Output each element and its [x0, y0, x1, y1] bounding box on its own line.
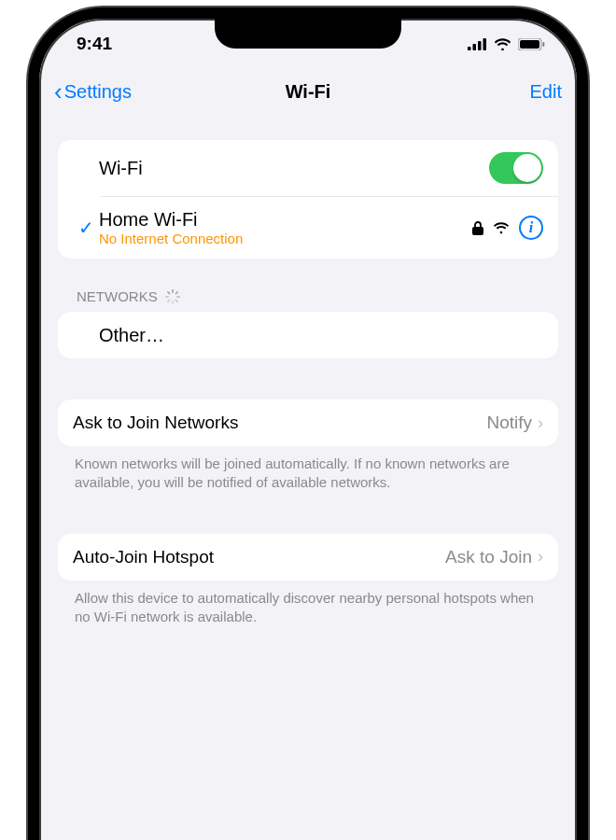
svg-rect-1	[473, 44, 477, 50]
ask-footer: Known networks will be joined automatica…	[58, 446, 558, 493]
phone-frame: 9:41 ‹ Settings Wi-Fi Edit Wi-Fi ✓ Home …	[28, 7, 588, 840]
svg-rect-12	[172, 301, 174, 304]
other-label: Other…	[99, 325, 164, 346]
wifi-toggle[interactable]	[489, 152, 543, 184]
other-network-row[interactable]: Other…	[58, 312, 558, 358]
edit-button[interactable]: Edit	[530, 81, 562, 103]
svg-rect-6	[543, 42, 545, 47]
svg-rect-13	[166, 299, 170, 302]
svg-rect-9	[175, 290, 178, 294]
cellular-icon	[468, 38, 487, 50]
svg-rect-7	[472, 227, 483, 235]
wifi-label: Wi-Fi	[99, 158, 489, 179]
nav-bar: ‹ Settings Wi-Fi Edit	[39, 69, 577, 114]
check-icon: ✓	[73, 217, 99, 239]
ask-label: Ask to Join Networks	[73, 413, 238, 433]
svg-rect-5	[520, 40, 539, 49]
svg-rect-8	[172, 289, 174, 293]
status-indicators	[468, 38, 545, 50]
spinner-icon	[165, 289, 180, 304]
svg-rect-14	[165, 296, 169, 298]
wifi-status-icon	[494, 38, 511, 50]
hotspot-footer: Allow this device to automatically disco…	[58, 581, 558, 627]
auto-join-hotspot-row[interactable]: Auto-Join Hotspot Ask to Join ›	[58, 534, 558, 581]
networks-card: Other…	[58, 312, 558, 358]
chevron-right-icon: ›	[538, 547, 543, 567]
svg-rect-2	[478, 41, 482, 50]
page-title: Wi-Fi	[286, 81, 331, 103]
info-icon[interactable]: i	[519, 216, 543, 240]
network-name: Home Wi-Fi	[99, 209, 472, 231]
networks-header: Networks	[58, 259, 558, 312]
lock-icon	[472, 221, 483, 235]
connected-network-row[interactable]: ✓ Home Wi-Fi No Internet Connection i	[58, 197, 558, 259]
network-status: No Internet Connection	[99, 231, 472, 246]
status-time: 9:41	[77, 34, 112, 54]
ask-to-join-row[interactable]: Ask to Join Networks Notify ›	[58, 399, 558, 446]
svg-rect-0	[468, 47, 471, 50]
svg-rect-15	[166, 290, 170, 294]
chevron-right-icon: ›	[538, 413, 543, 433]
svg-rect-11	[175, 299, 178, 302]
svg-rect-3	[483, 38, 487, 50]
svg-rect-10	[176, 296, 180, 298]
chevron-left-icon: ‹	[54, 77, 63, 106]
wifi-signal-icon	[493, 222, 510, 234]
battery-icon	[518, 38, 545, 50]
wifi-toggle-row: Wi-Fi	[58, 140, 558, 196]
back-button[interactable]: ‹ Settings	[54, 77, 132, 106]
ask-value: Notify	[486, 413, 532, 433]
back-label: Settings	[64, 81, 132, 103]
hotspot-value: Ask to Join	[445, 547, 532, 567]
wifi-card: Wi-Fi ✓ Home Wi-Fi No Internet Connectio…	[58, 140, 558, 259]
notch	[215, 17, 401, 49]
hotspot-label: Auto-Join Hotspot	[73, 547, 214, 567]
